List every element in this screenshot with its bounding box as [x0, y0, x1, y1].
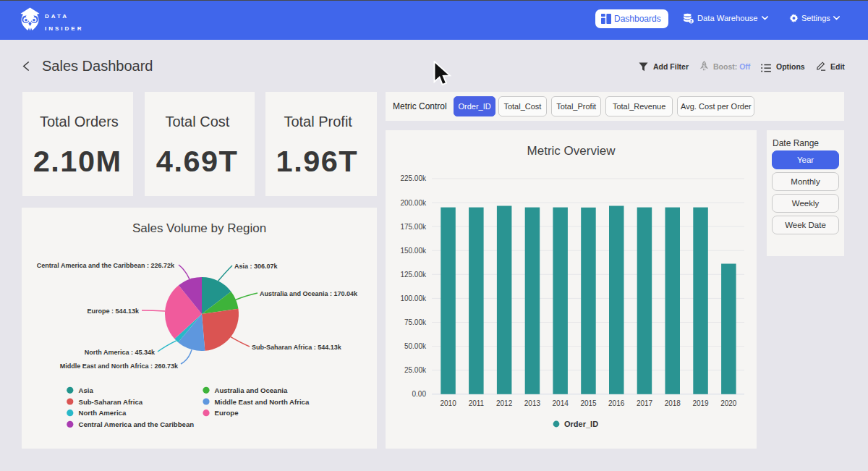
svg-text:2016: 2016 — [608, 399, 625, 407]
svg-text:2014: 2014 — [553, 399, 569, 407]
svg-text:2018: 2018 — [665, 399, 681, 407]
svg-text:125.00k: 125.00k — [400, 270, 427, 278]
svg-text:Middle East and North Africa: Middle East and North Africa — [215, 398, 310, 406]
svg-text:Asia: Asia — [79, 386, 94, 394]
svg-text:225.00k: 225.00k — [400, 174, 427, 182]
svg-text:Sub-Saharan Africa: Sub-Saharan Africa — [79, 398, 143, 406]
svg-text:Europe: Europe — [215, 409, 239, 417]
svg-text:2013: 2013 — [524, 399, 541, 407]
svg-text:Europe : 544.13k: Europe : 544.13k — [87, 307, 140, 315]
svg-text:2017: 2017 — [637, 399, 653, 407]
svg-text:Australia and Oceania : 170.04: Australia and Oceania : 170.04k — [260, 290, 358, 297]
svg-text:Central America and the Caribb: Central America and the Caribbean — [79, 420, 195, 428]
svg-text:50.00k: 50.00k — [404, 342, 427, 350]
svg-text:175.00k: 175.00k — [400, 222, 427, 230]
svg-text:2020: 2020 — [720, 399, 737, 407]
svg-text:0.00: 0.00 — [412, 390, 427, 398]
svg-text:Sub-Saharan Africa : 544.13k: Sub-Saharan Africa : 544.13k — [252, 344, 342, 351]
svg-text:150.00k: 150.00k — [400, 246, 427, 254]
svg-text:Sales Volume by Region: Sales Volume by Region — [132, 221, 266, 235]
svg-text:100.00k: 100.00k — [400, 294, 427, 302]
svg-text:2012: 2012 — [496, 399, 513, 407]
svg-text:North America : 45.34k: North America : 45.34k — [85, 349, 156, 356]
svg-text:North America: North America — [79, 409, 127, 417]
svg-text:2011: 2011 — [469, 399, 485, 407]
svg-text:Metric Overview: Metric Overview — [527, 144, 616, 158]
svg-text:Australia and Oceania: Australia and Oceania — [215, 386, 288, 394]
svg-text:25.00k: 25.00k — [404, 366, 427, 374]
svg-text:75.00k: 75.00k — [404, 318, 427, 326]
svg-text:Middle East and North Africa :: Middle East and North Africa : 260.73k — [60, 362, 179, 370]
svg-text:Order_ID: Order_ID — [564, 420, 598, 428]
svg-text:2015: 2015 — [580, 399, 597, 407]
svg-text:Central America and the Caribb: Central America and the Caribbean : 226.… — [37, 262, 175, 269]
svg-text:2010: 2010 — [440, 399, 456, 407]
svg-text:200.00k: 200.00k — [400, 198, 427, 206]
svg-text:Asia : 306.07k: Asia : 306.07k — [234, 263, 278, 270]
svg-text:2019: 2019 — [692, 399, 709, 407]
